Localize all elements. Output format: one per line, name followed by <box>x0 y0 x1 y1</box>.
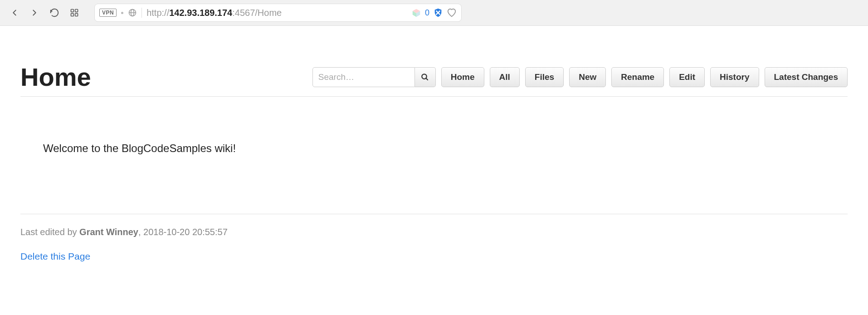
heart-icon[interactable] <box>447 8 457 18</box>
wiki-content: Welcome to the BlogCodeSamples wiki! <box>20 97 848 173</box>
files-button[interactable]: Files <box>525 67 564 87</box>
svg-rect-2 <box>71 14 74 16</box>
blocker-count: 0 <box>425 8 429 18</box>
svg-rect-3 <box>75 14 78 16</box>
welcome-text: Welcome to the BlogCodeSamples wiki! <box>43 142 825 155</box>
separator <box>141 8 142 18</box>
action-bar: search Home All Files New Rename Edit Hi… <box>312 67 848 87</box>
shield-icon[interactable] <box>433 8 443 18</box>
address-bar[interactable]: VPN http://142.93.189.174:4567/Home 0 <box>94 4 462 22</box>
svg-rect-0 <box>71 10 74 12</box>
browser-toolbar: VPN http://142.93.189.174:4567/Home 0 <box>0 0 868 26</box>
back-button[interactable] <box>6 5 23 21</box>
search-button[interactable]: search <box>415 67 436 87</box>
search-group: search <box>312 67 436 87</box>
vpn-badge[interactable]: VPN <box>99 9 117 17</box>
last-edited-author: Grant Winney <box>79 227 138 237</box>
delete-page-link[interactable]: Delete this Page <box>20 251 90 262</box>
url-path: :4567/Home <box>232 8 282 18</box>
globe-icon <box>128 8 137 17</box>
svg-line-11 <box>426 78 428 80</box>
url-display: http://142.93.189.174:4567/Home <box>146 8 282 18</box>
page-header: Home search Home All Files New Rename Ed… <box>20 26 848 97</box>
forward-button[interactable] <box>26 5 43 21</box>
edit-button[interactable]: Edit <box>669 67 705 87</box>
url-scheme: http:// <box>146 8 169 18</box>
status-dot <box>121 12 123 14</box>
rename-button[interactable]: Rename <box>611 67 664 87</box>
all-button[interactable]: All <box>490 67 520 87</box>
svg-rect-1 <box>75 10 78 12</box>
url-host: 142.93.189.174 <box>169 8 232 18</box>
new-button[interactable]: New <box>569 67 606 87</box>
apps-button[interactable] <box>66 5 83 21</box>
last-edited-timestamp: , 2018-10-20 20:55:57 <box>138 227 228 237</box>
page-title: Home <box>20 62 91 92</box>
address-bar-right: 0 <box>411 8 457 18</box>
search-input[interactable] <box>312 67 415 87</box>
page-body: Home search Home All Files New Rename Ed… <box>0 26 868 262</box>
history-button[interactable]: History <box>710 67 759 87</box>
home-button[interactable]: Home <box>441 67 484 87</box>
latest-changes-button[interactable]: Latest Changes <box>765 67 848 87</box>
last-edited: Last edited by Grant Winney, 2018-10-20 … <box>20 227 848 237</box>
reload-button[interactable] <box>46 5 63 21</box>
page-footer: Last edited by Grant Winney, 2018-10-20 … <box>20 214 848 262</box>
cube-icon[interactable] <box>411 8 421 18</box>
last-edited-prefix: Last edited by <box>20 227 79 237</box>
